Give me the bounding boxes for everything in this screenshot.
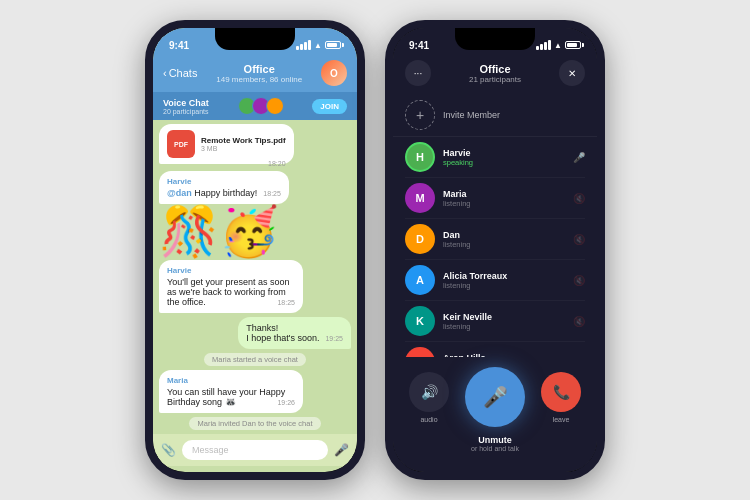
chat-group-avatar[interactable]: O [321,60,347,86]
sticker-message: 🎊🥳 [159,208,279,256]
avatar-maria: M [405,183,435,213]
file-info: Remote Work Tips.pdf 3 MB [201,136,286,152]
participant-aron: A Aron Hills listening 🔇 [405,342,585,357]
back-button[interactable]: ‹ Chats [163,67,197,79]
chat-nav: ‹ Chats Office 149 members, 86 online O [153,56,357,92]
close-voice-button[interactable]: ✕ [559,60,585,86]
mic-icon[interactable]: 🎤 [334,443,349,457]
chat-subtitle: 149 members, 86 online [203,75,315,84]
mic-icon-dan: 🔇 [573,234,585,245]
attachment-icon[interactable]: 📎 [161,443,176,457]
signal-icon-voice [536,40,551,50]
name-dan: Dan [443,230,565,240]
audio-icon: 🔊 [421,384,438,400]
file-bubble: PDF Remote Work Tips.pdf 3 MB 18:20 [159,124,294,164]
bubble-birthday: Harvie @dan Happy birthday! 18:25 [159,171,289,204]
bubble-present: Harvie You'll get your present as soon a… [159,260,303,313]
sender-harvie-1: Harvie [167,177,281,186]
more-options-button[interactable]: ··· [405,60,431,86]
chat-title: Office [203,63,315,75]
voice-title-block: Office 21 participants [469,63,521,84]
hbd-text: You can still have your Happy Birthday s… [167,387,285,407]
mic-icon-alicia-t: 🔇 [573,275,585,286]
info-alicia-t: Alicia Torreaux listening [443,271,565,290]
wifi-icon-voice: ▲ [554,41,562,50]
invite-member-row[interactable]: + Invite Member [393,94,597,137]
time-chat: 9:41 [169,40,189,51]
name-alicia-t: Alicia Torreaux [443,271,565,281]
participant-keir: K Keir Neville listening 🔇 [405,301,585,342]
msg-time-hbd: 19:26 [277,399,295,406]
close-icon: ✕ [568,68,576,79]
leave-button-wrapper: 📞 leave [541,372,581,423]
mic-icon-keir: 🔇 [573,316,585,327]
mention-dan: @dan [167,188,192,198]
mini-avatar-3 [266,97,284,115]
notch-voice [455,28,535,50]
audio-button[interactable]: 🔊 [409,372,449,412]
chat-messages: PDF Remote Work Tips.pdf 3 MB 18:20 Harv… [153,120,357,434]
battery-icon-voice [565,41,581,49]
voice-header: ··· Office 21 participants ✕ [393,56,597,94]
avatar-aron: A [405,347,435,357]
chat-title-block: Office 149 members, 86 online [203,63,315,84]
avatar-keir: K [405,306,435,336]
message-file: PDF Remote Work Tips.pdf 3 MB 18:20 [159,124,294,167]
file-name: Remote Work Tips.pdf [201,136,286,145]
unmute-label: Unmute [405,435,585,445]
phone-chat: 9:41 ▲ ‹ Chats Office [145,20,365,480]
sender-harvie-2: Harvie [167,266,295,275]
hold-label: or hold and talk [405,445,585,452]
info-keir: Keir Neville listening [443,312,565,331]
participant-harvie: H Harvie speaking 🎤 [405,137,585,178]
bubble-thanks: Thanks!I hope that's soon. 19:25 [238,317,351,349]
message-input[interactable]: Message [182,440,328,460]
voice-participant-avatars [238,97,284,115]
voice-chat-title: Office [469,63,521,75]
notch [215,28,295,50]
leave-label: leave [553,416,570,423]
file-content: PDF Remote Work Tips.pdf 3 MB [167,130,286,158]
status-maria: listening [443,199,565,208]
audio-button-wrapper: 🔊 audio [409,372,449,423]
present-text: You'll get your present as soon as we're… [167,277,289,307]
info-dan: Dan listening [443,230,565,249]
participant-list: H Harvie speaking 🎤 M Maria listening 🔇 … [393,137,597,357]
audio-label: audio [420,416,437,423]
back-chevron-icon: ‹ [163,67,167,79]
participant-maria: M Maria listening 🔇 [405,178,585,219]
wifi-icon: ▲ [314,41,322,50]
sender-maria: Maria [167,376,295,385]
mute-unmute-button[interactable]: 🎤 [465,367,525,427]
message-birthday-text: Harvie @dan Happy birthday! 18:25 [159,171,289,204]
participant-alicia-t: A Alicia Torreaux listening 🔇 [405,260,585,301]
msg-time-present: 18:25 [277,299,295,306]
msg-time-bday: 18:25 [263,190,281,197]
thanks-text: Thanks!I hope that's soon. [246,323,319,343]
join-voice-button[interactable]: JOIN [312,99,347,114]
participant-dan: D Dan listening 🔇 [405,219,585,260]
status-alicia-t: listening [443,281,565,290]
more-icon: ··· [414,68,422,79]
info-harvie: Harvie speaking [443,148,565,167]
signal-icon [296,40,311,50]
leave-icon: 📞 [553,384,570,400]
status-harvie: speaking [443,158,565,167]
name-harvie: Harvie [443,148,565,158]
bubble-hbd: Maria You can still have your Happy Birt… [159,370,303,413]
voice-banner-title: Voice Chat [163,98,209,108]
invite-plus-icon: + [405,100,435,130]
chat-input-bar: 📎 Message 🎤 [153,434,357,466]
leave-button[interactable]: 📞 [541,372,581,412]
mute-icon: 🎤 [483,385,508,409]
voice-banner-subtitle: 20 participants [163,108,209,115]
name-maria: Maria [443,189,565,199]
control-buttons: 🔊 audio 🎤 📞 leave [405,367,585,427]
mic-icon-maria: 🔇 [573,193,585,204]
message-hbd-song: Maria You can still have your Happy Birt… [159,370,303,413]
status-icons: ▲ [296,40,341,50]
phone-voice: 9:41 ▲ ··· Office 21 parti [385,20,605,480]
status-icons-voice: ▲ [536,40,581,50]
voice-chat-banner: Voice Chat 20 participants JOIN [153,92,357,120]
mute-button-wrapper: 🎤 [465,367,525,427]
